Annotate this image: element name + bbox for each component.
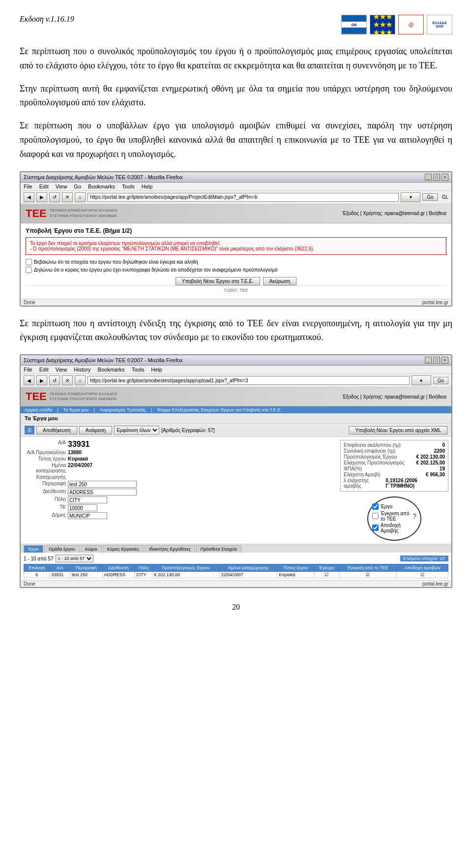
- tab-omada[interactable]: Ομάδα έργου: [44, 545, 80, 553]
- menu2-edit[interactable]: Edit: [39, 367, 49, 372]
- save-button[interactable]: Αποθήκευση: [36, 426, 77, 434]
- tee-user-info-2: Έξοδος | Χρήστης: npana@teemail.gr | Βοή…: [342, 394, 446, 400]
- close-button[interactable]: ×: [442, 174, 448, 181]
- tab-erga[interactable]: Έργα: [24, 545, 43, 553]
- nav-forma[interactable]: Φόρμα Επεξεργασίας Στοιχείων Έργων για Υ…: [157, 407, 281, 412]
- forward-button[interactable]: ▶: [36, 192, 47, 202]
- form-field-poli[interactable]: [68, 496, 336, 503]
- apodoxi-checkbox[interactable]: [372, 525, 379, 531]
- search-dropdown[interactable]: ▾: [401, 192, 420, 202]
- question-mark-icon[interactable]: ?: [413, 512, 416, 520]
- upload-xml-button[interactable]: Υποβολή Νέου Έργου από αρχείο XML: [349, 426, 447, 434]
- maximize-button[interactable]: □: [433, 174, 440, 181]
- tab-prostheta[interactable]: Πρόσθετα Στοιχεία: [196, 545, 241, 553]
- menu-file[interactable]: File: [24, 184, 32, 189]
- form-field-dimos[interactable]: [68, 512, 336, 519]
- address-bar-2[interactable]: [88, 376, 410, 385]
- pagination-select[interactable]: 1 - 10 από 57: [56, 555, 93, 562]
- menu-bookmarks[interactable]: Bookmarks: [88, 184, 115, 189]
- form-field-tk[interactable]: [68, 504, 336, 511]
- icon-button[interactable]: ☰: [25, 426, 34, 434]
- tab-xoroi[interactable]: Χώροι: [81, 545, 102, 553]
- checkbox-1[interactable]: [26, 259, 32, 265]
- browser-controls-1[interactable]: _ □ ×: [425, 174, 448, 181]
- form-row-date: Ημ/νια καταχώρησης 22/04/2007: [24, 463, 336, 473]
- info-sinolikis: Συνολική επιφάνεια (τμ) 2200: [344, 448, 445, 454]
- minimize-button[interactable]: _: [425, 174, 432, 181]
- version-label: Εκδοση v.1.16.19: [20, 15, 74, 24]
- nav-erga[interactable]: Τα Έργα μου: [63, 407, 88, 412]
- tk-input[interactable]: [68, 504, 97, 511]
- minimize-button-2[interactable]: _: [425, 357, 432, 364]
- home-button[interactable]: ⌂: [75, 192, 86, 202]
- close-button-2[interactable]: ×: [442, 357, 448, 364]
- egkrisi-tee-checkbox[interactable]: [372, 513, 379, 519]
- home-button-2[interactable]: ⌂: [75, 375, 86, 385]
- tab-kyries[interactable]: Κύριες Εργασίες: [103, 545, 144, 553]
- browser-statusbar-2: Done portal.tee.gr: [21, 580, 451, 587]
- browser-toolbar-2: ◀ ▶ ↺ ✕ ⌂ ▾ Go: [21, 374, 451, 387]
- menu-tools[interactable]: Tools: [122, 184, 135, 189]
- next-page-button[interactable]: Επόμενο στοιχείο '10': [400, 556, 448, 561]
- nav-logariasmos[interactable]: Λογαριασμός Τράπεζας: [100, 407, 146, 412]
- form-label-aa: Α/Α: [24, 440, 68, 445]
- browser-statusbar-1: Done portal.tee.gr: [21, 299, 451, 306]
- greek-flag-logo: GR: [341, 15, 367, 34]
- forward-button-2[interactable]: ▶: [36, 375, 47, 385]
- col-dieuthinsi: Διεύθυνση: [102, 564, 135, 572]
- perigrafh-input[interactable]: [68, 481, 137, 488]
- submit-button[interactable]: Υποβολή Νέου Έργου στο Τ.Ε.Ε.: [176, 277, 260, 285]
- menu2-tools[interactable]: Tools: [132, 367, 145, 372]
- form-field-perigrafh[interactable]: [68, 481, 336, 488]
- eu-logo: ★★★★★★★★★: [370, 15, 395, 34]
- menu2-bookmarks[interactable]: Bookmarks: [98, 367, 125, 372]
- tee-logo-letters-2: ΤΕΕ: [26, 390, 47, 403]
- go-button[interactable]: Go: [422, 193, 438, 201]
- back-button-2[interactable]: ◀: [24, 375, 34, 385]
- filter-select[interactable]: Εμφάνιση όλων: [114, 426, 159, 434]
- cell-aa: 33931: [50, 572, 70, 578]
- tab-idiokrites[interactable]: Ιδιοκτήτες Εργοδότες: [145, 545, 195, 553]
- dieuthinsi-input[interactable]: [68, 489, 137, 496]
- stop-button[interactable]: ✕: [62, 192, 73, 202]
- form-field-dieuthinsi[interactable]: [68, 489, 336, 496]
- tee-logo-1: ΤΕΕ ΤΕΧΝΙΚΟ ΕΠΙΜΕΛΗΤΗΡΙΟ ΕΛΛΑΔΟΣ ΣΥΣΤΗΜΑ…: [26, 207, 118, 220]
- tee-checkboxes: Βεβαιώνω ότι τα στοιχεία του έργου που δ…: [26, 259, 446, 273]
- go-button-2[interactable]: Go: [433, 377, 448, 384]
- cell-epilogi[interactable]: 6: [24, 572, 50, 578]
- ergo-checkbox[interactable]: [372, 503, 379, 510]
- page-number: 20: [20, 603, 452, 612]
- search-dropdown-2[interactable]: ▾: [412, 375, 431, 385]
- reload-button[interactable]: ↺: [49, 192, 60, 202]
- menu2-view[interactable]: View: [56, 367, 67, 372]
- tee-nav-bar-2: Αρχική σελίδα | Τα Έργα μου | Λογαριασμό…: [21, 406, 451, 413]
- checkbox-2[interactable]: [26, 267, 32, 273]
- browser-controls-2[interactable]: _ □ ×: [425, 357, 448, 364]
- reload-button-2[interactable]: ↺: [49, 375, 60, 385]
- page-header: Εκδοση v.1.16.19 GR ★★★★★★★★★ @ ΕΛΛΑΔΑ20…: [20, 15, 452, 34]
- back-button[interactable]: ◀: [24, 192, 34, 202]
- undo-button[interactable]: Ανάιρεση: [79, 426, 112, 434]
- stop-button-2[interactable]: ✕: [62, 375, 73, 385]
- menu-view[interactable]: View: [56, 184, 67, 189]
- cell-egkyro: ☑: [314, 572, 339, 578]
- maximize-button-2[interactable]: □: [433, 357, 440, 364]
- paragraph-2: Στην περίπτωση αυτή θα εμφανίζεται ενημε…: [20, 82, 452, 110]
- col-aa: Α/Α: [50, 564, 70, 572]
- menu-edit[interactable]: Edit: [39, 184, 49, 189]
- menu2-help[interactable]: Help: [151, 367, 162, 372]
- tee-content-1: Υποβολή Έργου στο Τ.Ε.Ε. (Βήμα 1/2) Το έ…: [21, 223, 451, 299]
- menu-help[interactable]: Help: [142, 184, 153, 189]
- table-row[interactable]: 6 33931 test 250 ADDRESS CITY € 202.130,…: [24, 572, 448, 578]
- col-typos: Τύπος έργου: [277, 564, 315, 572]
- menu-go[interactable]: Go: [74, 184, 81, 189]
- nav-home[interactable]: Αρχική σελίδα: [25, 407, 52, 412]
- col-proipoligismos: Προϋπολογισμός Έργου: [152, 564, 219, 572]
- address-bar-1[interactable]: [88, 193, 399, 202]
- cancel-button[interactable]: Ακύρωση: [263, 277, 296, 285]
- poli-input[interactable]: [68, 496, 107, 503]
- menu2-file[interactable]: File: [24, 367, 32, 372]
- dimos-input[interactable]: [68, 512, 107, 519]
- col-poli: Πόλη: [135, 564, 152, 572]
- menu2-history[interactable]: History: [74, 367, 90, 372]
